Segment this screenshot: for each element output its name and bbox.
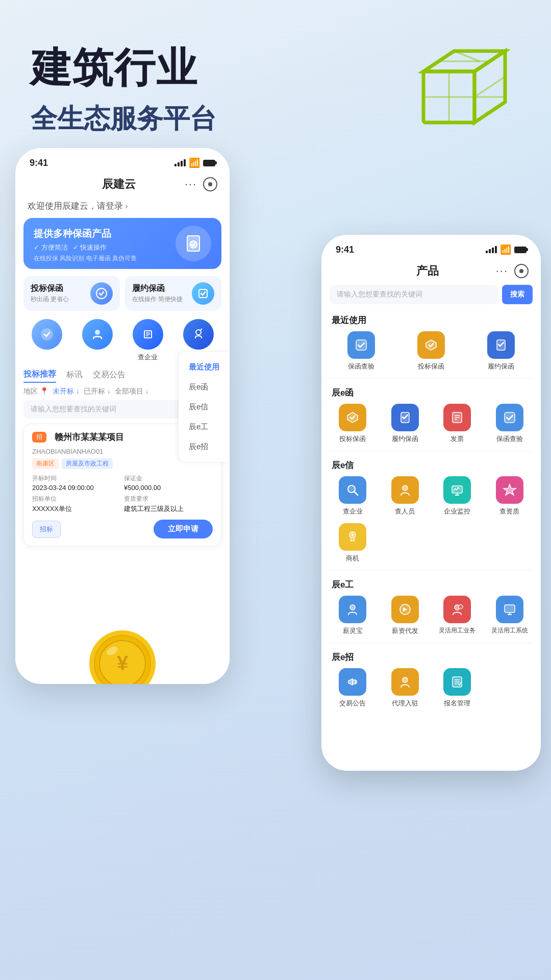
grid-item-qualification[interactable]: 查资质 — [487, 476, 533, 516]
detail-require: 资质要求 建筑工程三级及以上 — [124, 495, 213, 513]
sidebar-chen-e-han[interactable]: 辰e函 — [179, 377, 230, 397]
phone-right: 9:41 📶 产品 ··· 请输入您想要查找的关键词 搜索 最近使用 — [321, 235, 541, 771]
status-icons-left: 📶 — [174, 157, 215, 168]
grid-item-fulfill2[interactable]: 履约保函 — [382, 404, 429, 444]
grid-label-salary-pay: 薪资代发 — [392, 626, 418, 635]
quick-icon-1[interactable] — [23, 319, 70, 362]
wifi-icon-right: 📶 — [500, 244, 511, 255]
search-input-right[interactable]: 请输入您想要查找的关键词 — [330, 285, 498, 304]
sidebar-chen-e-gong[interactable]: 辰e工 — [179, 417, 230, 437]
status-bar-right: 9:41 📶 — [321, 235, 541, 259]
grid-item-bid-baohan2[interactable]: 投标保函 — [330, 404, 376, 444]
quick-icon-circle-3 — [133, 319, 163, 350]
flex-work-icon: + — [443, 596, 471, 623]
quick-icon-circle-2 — [82, 319, 113, 350]
tab-bid[interactable]: 投标推荐 — [23, 369, 56, 383]
banner-fast: ✓ 快速操作 — [73, 243, 107, 252]
nav-icons-right: ··· — [496, 264, 529, 278]
filter-opened[interactable]: 已开标 ↓ — [84, 387, 111, 396]
grid-item-query-person[interactable]: 查人员 — [382, 476, 429, 516]
sidebar-chen-e-zhao[interactable]: 辰e招 — [179, 437, 230, 457]
welcome-text[interactable]: 欢迎使用辰建云，请登录 › — [15, 198, 230, 218]
gold-coin-decoration: ¥ — [87, 628, 158, 684]
grid-label-announcement: 交易公告 — [339, 699, 366, 708]
project-badge-type: 房屋及市政工程 — [62, 458, 113, 469]
grid-item-query-company[interactable]: 查企业 — [330, 476, 376, 516]
grid-item-salary-pay[interactable]: 薪资代发 — [382, 596, 429, 635]
grid-item-invoice[interactable]: 发票 — [434, 404, 481, 444]
salary-treasure-icon — [339, 596, 366, 623]
nav-title-right: 产品 — [416, 263, 439, 279]
sidebar-chen-e-xin[interactable]: 辰e信 — [179, 397, 230, 417]
grid-label-baohan-check: 保函查验 — [348, 362, 374, 371]
grid-item-check2[interactable]: 保函查验 — [487, 404, 533, 444]
svg-text:¥: ¥ — [117, 652, 129, 674]
grid-label-check2: 保函查验 — [496, 434, 523, 444]
scan-icon-right[interactable] — [514, 264, 529, 278]
grid-label-bid-baohan: 投标保函 — [418, 362, 444, 371]
icon-grid-extra: 商机 — [321, 523, 541, 570]
sidebar-recent[interactable]: 最近使用 — [179, 357, 230, 377]
grid-item-flex-system[interactable]: 灵活用工系统 — [487, 596, 533, 635]
svg-point-39 — [403, 485, 408, 491]
divider-4 — [330, 643, 533, 643]
battery-icon-right — [514, 247, 527, 253]
scan-icon[interactable] — [203, 177, 217, 191]
announcement-icon — [339, 668, 366, 696]
monitor-icon — [443, 476, 471, 504]
cube-decoration — [398, 31, 510, 143]
nav-icons-left: ··· — [185, 177, 217, 191]
grid-item-baohan-check[interactable]: 保函查验 — [330, 331, 393, 371]
bid-baohan-icon — [417, 331, 445, 359]
grid-item-enrollment[interactable]: 报名管理 — [434, 668, 481, 708]
icon-grid-chen-xin: 查企业 查人员 企业监控 — [321, 476, 541, 523]
product-fulfill-name: 履约保函 — [132, 283, 183, 294]
product-bid-desc: 秒出函 更省心 — [31, 295, 69, 304]
bid-baohan-icon2 — [339, 404, 366, 431]
project-details: 开标时间 2023-03-24 09:00:00 保证金 ¥500,000.00… — [32, 474, 213, 513]
detail-deposit: 保证金 ¥500,000.00 — [124, 474, 213, 492]
search-button-right[interactable]: 搜索 — [502, 285, 533, 304]
product-row: 投标保函 秒出函 更省心 履约保函 在线操作 简便快捷 — [15, 269, 230, 311]
bid-outline-button[interactable]: 招标 — [32, 521, 61, 538]
more-icon[interactable]: ··· — [185, 178, 197, 191]
product-bid-icon — [90, 282, 113, 305]
filter-all[interactable]: 全部项目 ↓ — [115, 387, 149, 396]
grid-item-opportunity[interactable]: 商机 — [330, 523, 376, 563]
qualification-icon — [496, 476, 523, 504]
salary-pay-icon — [391, 596, 419, 623]
quick-icon-2[interactable] — [74, 319, 120, 362]
grid-label-fulfill2: 履约保函 — [392, 434, 418, 444]
quick-icon-3[interactable]: 查企业 — [124, 319, 171, 362]
filter-region[interactable]: 地区 📍 — [23, 387, 48, 396]
product-card-bid[interactable]: 投标保函 秒出函 更省心 — [23, 276, 120, 311]
grid-label-flex-system: 灵活用工系统 — [491, 626, 528, 635]
svg-line-21 — [200, 329, 202, 331]
tab-announcement[interactable]: 交易公告 — [93, 370, 126, 382]
filter-not-opened[interactable]: 未开标 ↓ — [53, 387, 80, 396]
tab-bulletin[interactable]: 标讯 — [66, 370, 83, 382]
query-company-icon — [339, 476, 366, 504]
project-tag: 招 — [32, 432, 46, 443]
query-person-icon — [391, 476, 419, 504]
more-icon-right[interactable]: ··· — [496, 264, 508, 278]
grid-item-flex-work[interactable]: + 灵活用工业务 — [434, 596, 481, 635]
grid-item-agent[interactable]: 代理入驻 — [382, 668, 429, 708]
banner[interactable]: 提供多种保函产品 ✓ 方便简洁 ✓ 快速操作 在线投保 风险识别 电子履函 真伪… — [23, 218, 221, 269]
grid-item-monitor[interactable]: 企业监控 — [434, 476, 481, 516]
project-actions: 招标 立即申请 — [32, 520, 213, 538]
product-fulfill-icon — [192, 282, 214, 305]
grid-item-bid-baohan[interactable]: 投标保函 — [399, 331, 463, 371]
phone-left: 9:41 📶 辰建云 ··· 欢迎使用辰建云，请登录 › 提供多种保函产 — [15, 148, 230, 684]
grid-item-salary-treasure[interactable]: 薪灵宝 — [330, 596, 376, 635]
grid-item-announcement[interactable]: 交易公告 — [330, 668, 376, 708]
quick-icon-circle-4 — [183, 319, 214, 350]
banner-check: ✓ 方便简洁 — [34, 243, 68, 252]
section-chen-zhao: 辰e招 — [321, 648, 541, 668]
signal-icon-right — [486, 246, 497, 253]
sidebar-list: 最近使用 辰e函 辰e信 辰e工 辰e招 — [179, 352, 230, 462]
product-card-fulfill[interactable]: 履约保函 在线操作 简便快捷 — [125, 276, 221, 311]
grid-label-salary-treasure: 薪灵宝 — [343, 626, 363, 635]
grid-item-fulfill-baohan[interactable]: 履约保函 — [469, 331, 533, 371]
apply-button[interactable]: 立即申请 — [154, 520, 213, 538]
